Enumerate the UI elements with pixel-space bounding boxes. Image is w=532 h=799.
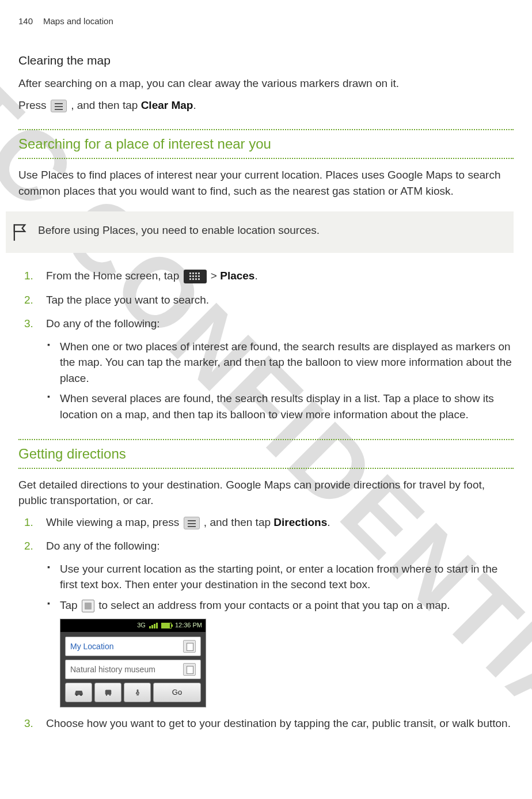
step-number: 2. bbox=[24, 292, 33, 308]
directions-intro: Get detailed directions to your destinat… bbox=[18, 477, 514, 509]
directions-section-title: Getting directions bbox=[18, 444, 514, 464]
text-fragment: . bbox=[193, 99, 196, 111]
divider bbox=[18, 439, 514, 440]
step-item: 3. Do any of the following: When one or … bbox=[46, 316, 514, 422]
text-fragment: While viewing a map, press bbox=[46, 516, 183, 528]
bullet-item: Tap to select an address from your conta… bbox=[60, 597, 514, 708]
signal-icon bbox=[149, 623, 158, 628]
text-fragment: . bbox=[327, 516, 330, 528]
text-fragment: , and then tap bbox=[71, 99, 141, 111]
text-fragment: . bbox=[254, 270, 257, 282]
svg-point-0 bbox=[75, 694, 77, 696]
transit-button[interactable] bbox=[94, 683, 121, 702]
step-text: Choose how you want to get to your desti… bbox=[46, 717, 511, 729]
divider bbox=[18, 158, 514, 159]
directions-steps: 1. While viewing a map, press , and then… bbox=[18, 514, 514, 732]
bus-icon bbox=[103, 688, 113, 696]
directions-bullets: Use your current location as the startin… bbox=[46, 561, 514, 708]
step-number: 2. bbox=[24, 538, 33, 554]
car-icon bbox=[74, 688, 84, 696]
places-steps: 1. From the Home screen, tap > Places. 2… bbox=[18, 268, 514, 422]
flag-icon bbox=[12, 223, 28, 241]
step-text: Tap the place you want to search. bbox=[46, 294, 209, 306]
directions-label: Directions bbox=[273, 516, 327, 528]
note-box: Before using Places, you need to enable … bbox=[6, 211, 514, 253]
car-button[interactable] bbox=[65, 683, 92, 702]
step-number: 3. bbox=[24, 715, 33, 732]
step-item: 2. Tap the place you want to search. bbox=[46, 292, 514, 308]
text-fragment: > bbox=[211, 270, 220, 282]
status-time: 12:36 PM bbox=[175, 621, 202, 630]
clearing-map-desc: After searching on a map, you can clear … bbox=[18, 75, 514, 92]
all-apps-icon bbox=[184, 270, 207, 283]
divider bbox=[18, 129, 514, 130]
contact-picker-icon[interactable] bbox=[183, 663, 196, 676]
places-section-title: Searching for a place of interest near y… bbox=[18, 134, 514, 154]
menu-icon bbox=[51, 100, 67, 112]
battery-icon bbox=[161, 623, 172, 628]
bullet-item: Use your current location as the startin… bbox=[60, 561, 514, 593]
clearing-map-instruction: Press , and then tap Clear Map. bbox=[18, 97, 514, 113]
start-location-text: My Location bbox=[70, 641, 113, 652]
start-location-field[interactable]: My Location bbox=[65, 637, 201, 656]
svg-point-3 bbox=[105, 695, 107, 696]
svg-rect-2 bbox=[105, 690, 111, 695]
walk-icon bbox=[132, 688, 143, 696]
clearing-map-heading: Clearing the map bbox=[18, 54, 514, 67]
transport-row: Go bbox=[65, 683, 201, 702]
page-header: 140 Maps and location bbox=[18, 16, 514, 26]
walk-button[interactable] bbox=[124, 683, 151, 702]
destination-text: Natural history museum bbox=[70, 664, 155, 675]
step-number: 1. bbox=[24, 514, 33, 531]
bullet-item: When several places are found, the searc… bbox=[60, 391, 514, 422]
note-text: Before using Places, you need to enable … bbox=[38, 223, 320, 238]
places-label: Places bbox=[220, 270, 254, 282]
text-fragment: Tap bbox=[60, 599, 81, 611]
clear-map-label: Clear Map bbox=[141, 99, 193, 111]
places-intro: Use Places to find places of interest ne… bbox=[18, 167, 514, 199]
text-fragment: Press bbox=[18, 99, 50, 111]
step-number: 3. bbox=[24, 316, 33, 332]
text-fragment: From the Home screen, tap bbox=[46, 270, 183, 282]
chapter-title: Maps and location bbox=[43, 16, 113, 26]
svg-point-1 bbox=[80, 694, 82, 696]
status-3g-label: 3G bbox=[137, 621, 146, 630]
step-item: 1. While viewing a map, press , and then… bbox=[46, 514, 514, 531]
step-number: 1. bbox=[24, 268, 33, 284]
go-button[interactable]: Go bbox=[153, 683, 201, 702]
phone-body: My Location Natural history museum bbox=[60, 632, 206, 707]
bullet-item: When one or two places of interest are f… bbox=[60, 339, 514, 387]
text-fragment: to select an address from your contacts … bbox=[98, 599, 450, 611]
step-text: Do any of the following: bbox=[46, 317, 160, 330]
directions-phone-screenshot: 3G 12:36 PM My Location Natural hist bbox=[60, 619, 206, 707]
step-item: 2. Do any of the following: Use your cur… bbox=[46, 538, 514, 707]
places-bullets: When one or two places of interest are f… bbox=[46, 339, 514, 423]
step-item: 3. Choose how you want to get to your de… bbox=[46, 715, 514, 732]
text-fragment: , and then tap bbox=[204, 516, 274, 528]
menu-icon bbox=[184, 517, 200, 529]
contact-picker-icon bbox=[82, 600, 94, 612]
svg-point-4 bbox=[109, 695, 110, 696]
step-item: 1. From the Home screen, tap > Places. bbox=[46, 268, 514, 284]
step-text: Do any of the following: bbox=[46, 540, 160, 552]
phone-status-bar: 3G 12:36 PM bbox=[60, 619, 206, 632]
page-number: 140 bbox=[18, 16, 33, 26]
destination-field[interactable]: Natural history museum bbox=[65, 660, 201, 679]
divider bbox=[18, 468, 514, 469]
svg-point-5 bbox=[136, 690, 138, 691]
contact-picker-icon[interactable] bbox=[183, 640, 196, 653]
